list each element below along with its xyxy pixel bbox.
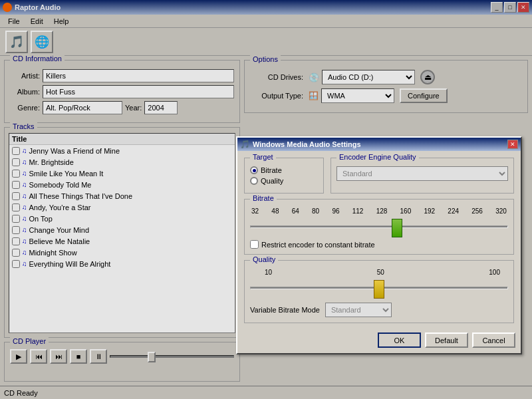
quality-label: Quality: [250, 255, 278, 263]
quality-100: 100: [489, 269, 500, 276]
bitrate-scale: 32 48 64 80 96 112 128 160 192 224 256 3…: [250, 207, 508, 215]
dialog-title: Windows Media Audio Settings: [253, 140, 361, 148]
quality-50: 50: [377, 269, 384, 276]
quality-radio-button[interactable]: [250, 177, 258, 185]
quality-slider-thumb[interactable]: [374, 280, 384, 299]
bitrate-slider-thumb[interactable]: [392, 219, 402, 237]
quality-10: 10: [265, 269, 272, 276]
vbr-label: Variable Bitrate Mode: [250, 306, 320, 314]
dialog-title-bar: 🎵 Windows Media Audio Settings ✕: [237, 138, 521, 151]
quality-section: Quality 10 50 100 Variable Bitrate Mode …: [244, 260, 514, 323]
default-button[interactable]: Default: [425, 332, 468, 348]
encoder-label: Encoder Engine Quality: [336, 153, 419, 161]
dialog-content: Target Bitrate Quality Encoder Engine Qu…: [237, 151, 521, 330]
bitrate-track: [250, 225, 508, 228]
vbr-row: Variable Bitrate Mode Standard: [250, 303, 508, 317]
cancel-button[interactable]: Cancel: [472, 332, 515, 348]
bitrate-32: 32: [251, 207, 259, 215]
bitrate-128: 128: [376, 207, 388, 215]
constant-bitrate-label: Restrict encoder to constant bitrate: [261, 241, 375, 249]
wma-settings-dialog: 🎵 Windows Media Audio Settings ✕ Target …: [236, 136, 522, 354]
bitrate-section: Bitrate 32 48 64 80 96 112 128 160 192 2…: [244, 199, 514, 255]
target-section: Target Bitrate Quality: [244, 158, 324, 194]
target-label: Target: [250, 153, 276, 161]
quality-slider-container: [250, 279, 508, 299]
quality-radio-row: Quality: [250, 177, 318, 185]
bitrate-80: 80: [312, 207, 319, 215]
bitrate-label: Bitrate: [250, 194, 277, 202]
bitrate-320: 320: [495, 207, 507, 215]
encoder-section: Encoder Engine Quality Standard: [331, 158, 514, 194]
dialog-title-icon: 🎵: [240, 140, 250, 149]
dialog-buttons: OK Default Cancel: [237, 330, 521, 353]
bitrate-224: 224: [448, 207, 459, 215]
bitrate-160: 160: [400, 207, 412, 215]
vbr-select[interactable]: Standard: [325, 303, 392, 317]
quality-scale: 10 50 100: [250, 269, 508, 276]
modal-overlay: 🎵 Windows Media Audio Settings ✕ Target …: [0, 0, 532, 399]
bitrate-96: 96: [332, 207, 339, 215]
bitrate-radio-row: Bitrate: [250, 166, 318, 174]
bitrate-radio-button[interactable]: [250, 166, 258, 174]
constant-bitrate-checkbox[interactable]: [250, 240, 259, 249]
dialog-close-button[interactable]: ✕: [507, 140, 518, 149]
ok-button[interactable]: OK: [378, 332, 421, 348]
encoder-select[interactable]: Standard: [336, 166, 508, 181]
bitrate-192: 192: [424, 207, 435, 215]
bitrate-256: 256: [471, 207, 483, 215]
quality-radio-label: Quality: [261, 177, 283, 185]
bitrate-slider-container: [250, 217, 508, 237]
constant-bitrate-row: Restrict encoder to constant bitrate: [250, 240, 508, 249]
dialog-top-row: Target Bitrate Quality Encoder Engine Qu…: [244, 158, 514, 194]
bitrate-radio-label: Bitrate: [261, 166, 282, 174]
bitrate-64: 64: [292, 207, 299, 215]
bitrate-112: 112: [352, 207, 364, 215]
bitrate-48: 48: [271, 207, 279, 215]
